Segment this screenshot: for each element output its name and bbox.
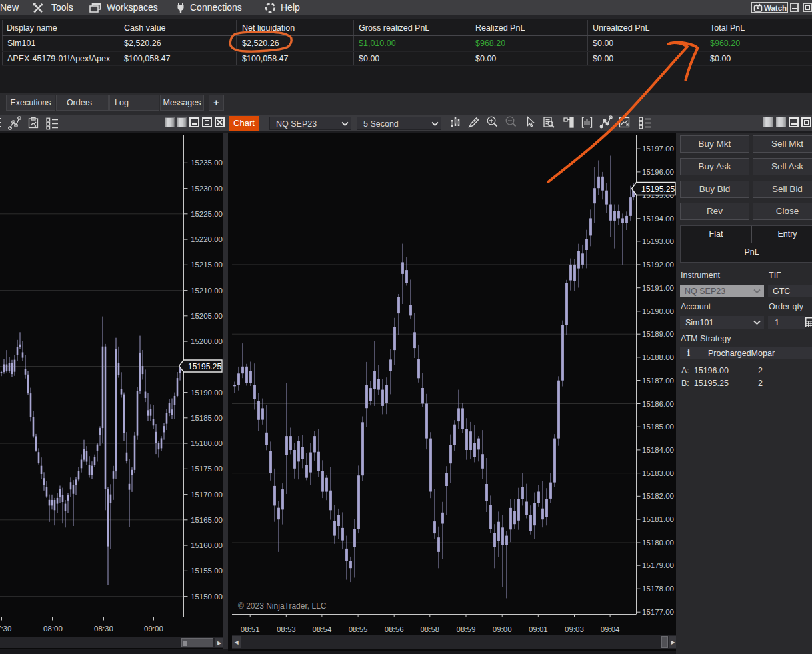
svg-text:15195.25: 15195.25 — [641, 185, 675, 194]
svg-text:15160.00: 15160.00 — [191, 541, 223, 549]
svg-text:15165.00: 15165.00 — [191, 516, 223, 524]
svg-text:15197.00: 15197.00 — [642, 145, 674, 153]
svg-text:15215.00: 15215.00 — [191, 261, 223, 269]
svg-text:15235.00: 15235.00 — [191, 159, 223, 167]
svg-text:15180.00: 15180.00 — [642, 539, 674, 547]
svg-text:08:54: 08:54 — [313, 625, 332, 633]
svg-text:15205.00: 15205.00 — [191, 312, 223, 320]
svg-text:08:59: 08:59 — [457, 625, 476, 633]
svg-text:08:58: 08:58 — [420, 625, 439, 633]
svg-text:09:03: 09:03 — [565, 625, 584, 633]
svg-text:15225.00: 15225.00 — [191, 210, 223, 218]
svg-text:15155.00: 15155.00 — [191, 567, 223, 575]
svg-text:15196.00: 15196.00 — [642, 168, 674, 176]
svg-text:08:55: 08:55 — [349, 625, 368, 633]
svg-text:15220.00: 15220.00 — [191, 235, 223, 243]
svg-text:07:30: 07:30 — [0, 625, 11, 633]
svg-text:15182.00: 15182.00 — [642, 492, 674, 500]
svg-text:15189.00: 15189.00 — [642, 330, 674, 338]
svg-text:15181.00: 15181.00 — [642, 515, 674, 523]
svg-text:09:01: 09:01 — [529, 625, 548, 633]
svg-text:09:00: 09:00 — [144, 625, 163, 633]
svg-text:15150.00: 15150.00 — [191, 593, 223, 601]
svg-text:08:51: 08:51 — [241, 625, 260, 633]
svg-text:08:00: 08:00 — [43, 625, 63, 633]
svg-text:08:30: 08:30 — [94, 625, 113, 633]
svg-text:15195.25: 15195.25 — [188, 362, 221, 371]
svg-text:© 2023 NinjaTrader, LLC: © 2023 NinjaTrader, LLC — [238, 601, 327, 611]
svg-text:15185.00: 15185.00 — [191, 414, 223, 422]
svg-text:15177.00: 15177.00 — [642, 608, 674, 616]
svg-text:15200.00: 15200.00 — [191, 337, 223, 345]
svg-text:15183.00: 15183.00 — [642, 469, 674, 477]
svg-text:09:04: 09:04 — [601, 625, 620, 633]
svg-text:15192.00: 15192.00 — [642, 261, 674, 269]
svg-text:15186.00: 15186.00 — [642, 400, 674, 408]
svg-text:15178.00: 15178.00 — [642, 585, 674, 593]
svg-text:08:53: 08:53 — [277, 625, 296, 633]
svg-text:08:56: 08:56 — [385, 625, 404, 633]
svg-text:15188.00: 15188.00 — [642, 353, 674, 361]
svg-text:15194.00: 15194.00 — [642, 215, 674, 223]
svg-text:15210.00: 15210.00 — [191, 287, 223, 295]
svg-text:15170.00: 15170.00 — [191, 491, 223, 499]
svg-text:15175.00: 15175.00 — [191, 465, 223, 473]
svg-text:15190.00: 15190.00 — [642, 307, 674, 315]
svg-text:15230.00: 15230.00 — [191, 185, 223, 193]
svg-text:15187.00: 15187.00 — [642, 377, 674, 385]
svg-text:15179.00: 15179.00 — [642, 561, 674, 569]
svg-text:15190.00: 15190.00 — [191, 389, 223, 397]
svg-text:15191.00: 15191.00 — [642, 284, 674, 292]
svg-text:09:00: 09:00 — [493, 625, 512, 633]
svg-text:15193.00: 15193.00 — [642, 237, 674, 245]
svg-text:15185.00: 15185.00 — [642, 423, 674, 431]
svg-text:15184.00: 15184.00 — [642, 446, 674, 454]
svg-text:15180.00: 15180.00 — [191, 439, 223, 447]
